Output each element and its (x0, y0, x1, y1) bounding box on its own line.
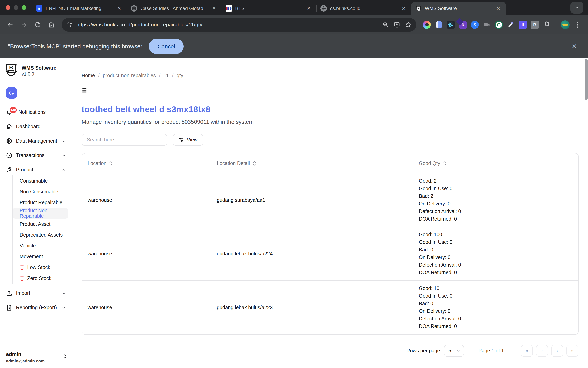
user-menu[interactable]: admin admin@admin.com (0, 351, 72, 364)
sidebar-item-label: Notifications (18, 109, 46, 115)
sidebar-item-depreciated-assets[interactable]: Depreciated Assets (13, 230, 68, 240)
shazam-extension-icon[interactable]: S (471, 21, 479, 29)
extensions-puzzle-icon[interactable] (543, 21, 551, 29)
reload-icon[interactable] (32, 19, 43, 30)
forward-icon[interactable] (18, 19, 30, 30)
rows-per-page-select[interactable]: 5 (444, 345, 464, 357)
subitem-label: Low Stock (27, 265, 50, 270)
next-page-button[interactable]: › (551, 345, 563, 357)
sidebar-item-consumable[interactable]: Consumable (13, 175, 68, 186)
sidebar-item-notifications[interactable]: 140 Notifications (0, 107, 72, 118)
table-row[interactable]: warehouse gudang lebak bulus/a224 Good: … (82, 227, 579, 281)
sidebar-item-vehicle[interactable]: Vehicle (13, 240, 68, 251)
six-badge-extension-icon[interactable]: 6 (459, 21, 467, 29)
breadcrumb-home[interactable]: Home (82, 73, 95, 78)
tab-enfeno[interactable]: » ENFENO Email Marketing ✕ (32, 2, 127, 15)
subitem-label: Non Consumable (20, 189, 58, 194)
chevron-up-down-icon (62, 354, 67, 361)
back-icon[interactable] (5, 19, 16, 30)
color-wheel-extension-icon[interactable] (423, 21, 431, 29)
tab-list: » ENFENO Email Marketing ✕ Case Studies … (32, 0, 588, 15)
window-zoom-button[interactable] (22, 5, 26, 10)
tab-cs-brinks[interactable]: cs.brinks.co.id ✕ (316, 2, 411, 15)
table-row[interactable]: warehouse gudang lebak bulus/a223 Good: … (82, 281, 579, 334)
blue-card-extension-icon[interactable] (435, 21, 443, 29)
pagination: Rows per page 5 Page 1 of 1 « ‹ › » (82, 345, 579, 357)
search-input[interactable] (82, 134, 167, 146)
last-page-button[interactable]: » (566, 345, 579, 357)
column-header-good-qty[interactable]: Good Qty (419, 160, 440, 166)
column-header-location[interactable]: Location (88, 160, 107, 166)
new-tab-button[interactable]: + (509, 2, 520, 14)
browser-menu-icon[interactable] (574, 21, 582, 28)
view-button[interactable]: View (173, 134, 203, 146)
qty-line: Good In Use: 0 (419, 294, 573, 299)
sidebar-item-zero-stock[interactable]: ! Zero Stock (13, 273, 68, 284)
window-minimize-button[interactable] (14, 5, 18, 10)
breadcrumb-product-non-repairables[interactable]: product-non-repairables (103, 73, 156, 78)
sidebar-item-product-asset[interactable]: Product Asset (13, 219, 68, 230)
sidebar-item-reporting-export[interactable]: Reporting (Export) (0, 302, 72, 313)
tab-case-studies[interactable]: Case Studies | Ahmad Giofad ✕ (127, 2, 222, 15)
tab-close-icon[interactable]: ✕ (495, 5, 502, 12)
camera-extension-icon[interactable] (483, 21, 491, 29)
sidebar-item-movement[interactable]: Movement (13, 251, 68, 262)
previous-page-button[interactable]: ‹ (536, 345, 548, 357)
bookmark-star-icon[interactable] (405, 21, 412, 28)
sidebar-item-product-repairable[interactable]: Product Repairable (13, 197, 68, 208)
grammarly-extension-icon[interactable]: G (495, 21, 503, 29)
column-header-location-detail[interactable]: Location Detail (217, 160, 250, 166)
subitem-label: Movement (20, 254, 43, 259)
tab-close-icon[interactable]: ✕ (211, 5, 218, 12)
install-app-icon[interactable] (394, 21, 400, 28)
hamburger-menu-icon[interactable] (82, 87, 88, 94)
sidebar-item-product[interactable]: Product (0, 164, 72, 175)
sidebar-item-transactions[interactable]: Transactions (0, 150, 72, 161)
site-settings-icon[interactable] (66, 22, 72, 28)
url-text[interactable]: https://wms.brinks.co.id/product-non-rep… (76, 22, 378, 28)
tab-close-icon[interactable]: ✕ (116, 5, 123, 12)
first-page-button[interactable]: « (521, 345, 533, 357)
banner-close-icon[interactable]: ✕ (569, 41, 580, 52)
app-version: v1.0.0 (22, 72, 56, 76)
cancel-button[interactable]: Cancel (149, 39, 184, 54)
page-scrollbar[interactable] (585, 59, 588, 100)
sidebar-item-data-management[interactable]: Data Management (0, 135, 72, 147)
tab-bts[interactable]: BS BTS ✕ (222, 2, 316, 15)
table-row[interactable]: warehouse gudang surabaya/aa1 Good: 2 Go… (82, 173, 579, 227)
subitem-label: Zero Stock (27, 275, 51, 281)
chevron-down-icon (61, 291, 66, 295)
home-icon[interactable] (46, 19, 57, 30)
breadcrumb-qty[interactable]: qty (177, 73, 183, 78)
sidebar-item-low-stock[interactable]: ! Low Stock (13, 262, 68, 273)
react-devtools-extension-icon[interactable] (447, 21, 455, 29)
tab-wms-software[interactable]: B WMS Software ✕ (411, 2, 506, 15)
page-title: toothed belt wheel d s3mx18tx8 (82, 104, 579, 114)
sort-icon[interactable] (109, 161, 113, 166)
tab-search-chevron-button[interactable] (570, 2, 583, 14)
theme-toggle-button[interactable] (6, 87, 17, 99)
cell-good-qty: Good: 100 Good In Use: 0 Bad: 0 On Deliv… (419, 232, 573, 275)
eyedropper-extension-icon[interactable] (507, 21, 515, 29)
breadcrumb-id[interactable]: 11 (164, 73, 169, 78)
tab-close-icon[interactable]: ✕ (400, 5, 407, 12)
rows-per-page-value: 5 (448, 348, 451, 354)
profile-avatar[interactable] (561, 20, 570, 29)
ifttt-extension-icon[interactable]: If (519, 21, 527, 29)
sidebar-item-import[interactable]: Import (0, 287, 72, 299)
sidebar-nav: 140 Notifications Dashboard Data Managem… (0, 107, 72, 313)
b-extension-icon[interactable]: B (531, 21, 539, 29)
tab-close-icon[interactable]: ✕ (305, 5, 312, 12)
page-subtitle: Manage inventory quantities for product … (82, 119, 579, 125)
cell-good-qty: Good: 2 Good In Use: 0 Bad: 2 On Deliver… (419, 179, 573, 222)
cell-good-qty: Good: 10 Good In Use: 0 Bad: 0 On Delive… (419, 286, 573, 329)
sort-icon[interactable] (252, 161, 256, 166)
sidebar-item-non-consumable[interactable]: Non Consumable (13, 186, 68, 197)
zoom-out-page-icon[interactable] (382, 21, 389, 28)
address-bar[interactable]: https://wms.brinks.co.id/product-non-rep… (61, 18, 416, 31)
sort-icon[interactable] (443, 161, 447, 166)
subitem-label: Product Non Repairable (20, 208, 68, 219)
sidebar-item-product-non-repairable[interactable]: Product Non Repairable (13, 208, 68, 219)
sidebar-item-dashboard[interactable]: Dashboard (0, 121, 72, 132)
window-close-button[interactable] (6, 5, 10, 10)
